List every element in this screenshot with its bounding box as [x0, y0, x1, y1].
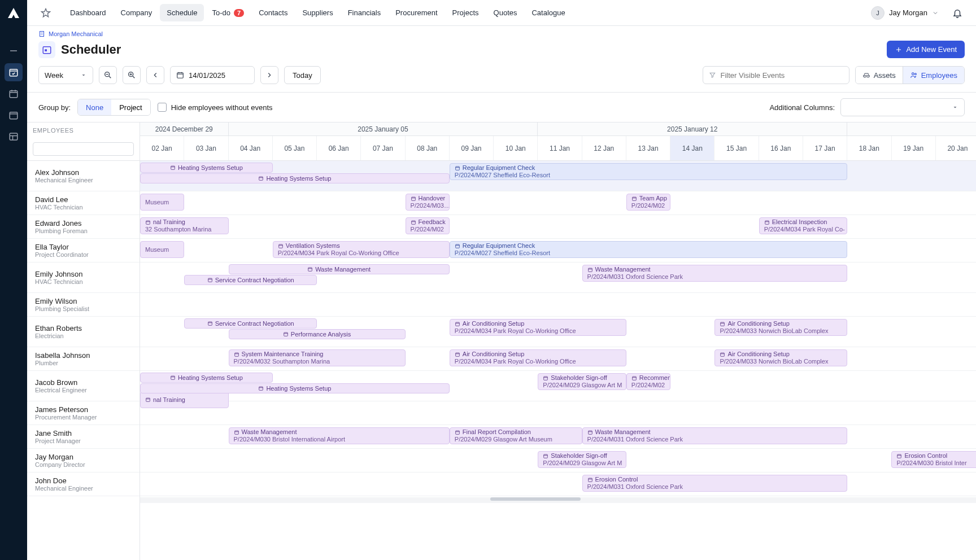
add-event-button[interactable]: Add New Event — [887, 41, 965, 58]
scheduler-event[interactable]: Air Conditioning SetupP/2024/M034 Park R… — [450, 319, 626, 336]
scheduler-row: Service Contract NegotiationPerformance … — [140, 317, 976, 347]
scheduler-event[interactable]: Heating Systems Setup — [140, 383, 450, 393]
nav-financials[interactable]: Financials — [341, 4, 388, 21]
employee-row[interactable]: Edward JonesPlumbing Foreman — [27, 215, 140, 239]
horizontal-scrollbar[interactable] — [140, 497, 976, 503]
nav-to-do[interactable]: To-do7 — [205, 4, 251, 21]
svg-rect-25 — [208, 278, 212, 282]
top-bar: DashboardCompanyScheduleTo-do7ContactsSu… — [27, 0, 976, 26]
scheduler-event[interactable]: Museum — [140, 241, 184, 258]
nav-suppliers[interactable]: Suppliers — [295, 4, 339, 21]
today-label: Today — [293, 71, 312, 80]
svg-rect-22 — [278, 244, 282, 248]
scheduler-event[interactable]: Air Conditioning SetupP/2024/M033 Norwic… — [714, 319, 847, 336]
employee-row[interactable]: Ella TaylorProject Coordinator — [27, 239, 140, 262]
scheduler-event[interactable]: nal Training32 Southampton Marina — [140, 217, 229, 234]
scheduler-event[interactable]: RecommenP/2024/M02 — [626, 373, 670, 390]
rail-item-generic-1[interactable] — [5, 42, 23, 60]
scheduler-event[interactable]: Regular Equipment CheckP/2024/M027 Sheff… — [450, 241, 847, 258]
filter-input-field[interactable] — [720, 71, 843, 80]
filter-events-input[interactable] — [703, 66, 849, 84]
scheduler-event[interactable]: Stakeholder Sign-offP/2024/M029 Glasgow … — [538, 451, 626, 468]
nav-dashboard[interactable]: Dashboard — [63, 4, 113, 21]
svg-rect-24 — [308, 268, 312, 271]
employee-row[interactable]: Isabella JohnsonPlumber — [27, 347, 140, 371]
nav-quotes[interactable]: Quotes — [487, 4, 524, 21]
scheduler-event[interactable]: Waste ManagementP/2024/M030 Bristol Inte… — [229, 427, 450, 444]
week-header: 2025 January 05 — [229, 123, 538, 135]
scheduler-event[interactable]: Ventilation SystemsP/2024/M034 Park Roya… — [273, 241, 450, 258]
svg-rect-33 — [721, 353, 725, 356]
nav-procurement[interactable]: Procurement — [389, 4, 444, 21]
employee-row[interactable]: Emily JohnsonHVAC Technician — [27, 262, 140, 293]
scheduler-event[interactable]: Waste ManagementP/2024/M031 Oxford Scien… — [582, 265, 848, 282]
rail-item-calendar-2[interactable] — [5, 106, 23, 124]
zoom-out-button[interactable] — [99, 66, 117, 84]
employee-row[interactable]: James PetersonProcurement Manager — [27, 401, 140, 425]
groupby-project[interactable]: Project — [111, 99, 150, 115]
rail-item-layout[interactable] — [5, 128, 23, 146]
calendar-icon — [176, 71, 184, 79]
employee-row[interactable]: John DoeMechanical Engineer — [27, 473, 140, 496]
prev-button[interactable] — [146, 66, 164, 84]
view-select[interactable]: Week — [38, 66, 93, 84]
nav-schedule[interactable]: Schedule — [160, 4, 204, 21]
scheduler-event[interactable]: Erosion ControlP/2024/M030 Bristol Inter — [891, 451, 976, 468]
assets-toggle[interactable]: Assets — [856, 67, 903, 84]
scheduler-event[interactable]: HandoverP/2024/M03… — [406, 194, 450, 211]
next-button[interactable] — [260, 66, 278, 84]
svg-rect-21 — [765, 221, 769, 224]
scheduler-event[interactable]: Heating Systems Setup — [140, 373, 273, 383]
scheduler-event[interactable]: System Maintenance TrainingP/2024/M032 S… — [229, 349, 406, 366]
scheduler-event[interactable]: Electrical InspectionP/2024/M034 Park Ro… — [759, 217, 848, 234]
scheduler-event[interactable]: Erosion ControlP/2024/M031 Oxford Scienc… — [582, 475, 848, 492]
user-menu[interactable]: J Jay Morgan — [871, 6, 939, 20]
scheduler-event[interactable]: Final Report CompilationP/2024/M029 Glas… — [450, 427, 582, 444]
employee-row[interactable]: Emily WilsonPlumbing Specialist — [27, 293, 140, 317]
breadcrumb[interactable]: Morgan Mechanical — [27, 26, 976, 37]
scheduler-event[interactable]: Service Contract Negotiation — [184, 275, 317, 285]
scheduler-toolbar: Week 14/01/2025 Today A — [27, 66, 976, 93]
employee-row[interactable]: Jay MorganCompany Director — [27, 449, 140, 473]
scheduler-event[interactable]: Heating Systems Setup — [140, 173, 450, 183]
scheduler-event[interactable]: Waste ManagementP/2024/M031 Oxford Scien… — [582, 427, 848, 444]
groupby-none[interactable]: None — [78, 99, 111, 115]
scheduler-event[interactable]: Service Contract Negotiation — [184, 318, 317, 329]
timeline-grid[interactable]: 2024 December 292025 January 052025 Janu… — [140, 123, 976, 560]
nav-projects[interactable]: Projects — [446, 4, 486, 21]
zoom-in-button[interactable] — [123, 66, 141, 84]
employee-row[interactable]: Alex JohnsonMechanical Engineer — [27, 161, 140, 191]
scheduler-event[interactable]: Performance Analysis — [229, 329, 406, 339]
hide-empty-checkbox[interactable]: Hide employees without events — [158, 103, 273, 112]
employee-row[interactable]: Ethan RobertsElectrician — [27, 317, 140, 347]
scheduler-event[interactable]: Heating Systems Setup — [140, 163, 273, 173]
svg-rect-16 — [411, 197, 415, 200]
scheduler-event[interactable]: Air Conditioning SetupP/2024/M033 Norwic… — [714, 349, 847, 366]
employee-row[interactable]: David LeeHVAC Technician — [27, 191, 140, 215]
rail-item-calendar-1[interactable] — [5, 85, 23, 103]
scheduler-event[interactable]: Team AppP/2024/M02 — [626, 194, 670, 211]
nav-company[interactable]: Company — [114, 4, 159, 21]
date-picker[interactable]: 14/01/2025 — [170, 66, 255, 84]
additional-columns-select[interactable] — [840, 98, 965, 116]
nav-contacts[interactable]: Contacts — [252, 4, 294, 21]
day-header: 05 Jan — [273, 136, 317, 160]
rail-item-schedule[interactable] — [5, 63, 23, 81]
scheduler-event[interactable]: Air Conditioning SetupP/2024/M034 Park R… — [450, 349, 626, 366]
scheduler-row: Erosion ControlP/2024/M031 Oxford Scienc… — [140, 473, 976, 496]
employee-row[interactable]: Jacob BrownElectrical Engineer — [27, 371, 140, 401]
scheduler-event[interactable]: Stakeholder Sign-offP/2024/M029 Glasgow … — [538, 373, 626, 390]
employee-row[interactable]: Jane SmithProject Manager — [27, 425, 140, 449]
nav-catalogue[interactable]: Catalogue — [525, 4, 572, 21]
favorite-button[interactable] — [36, 3, 55, 23]
employee-search[interactable] — [33, 142, 134, 156]
scheduler-event[interactable]: Regular Equipment CheckP/2024/M027 Sheff… — [450, 163, 847, 180]
day-header: 11 Jan — [538, 136, 582, 160]
today-button[interactable]: Today — [284, 66, 321, 84]
notifications-button[interactable] — [948, 3, 967, 23]
scheduler-event[interactable]: Waste Management — [229, 264, 450, 274]
scheduler-event[interactable]: FeedbackP/2024/M02 — [406, 217, 450, 234]
scheduler-event[interactable]: Museum — [140, 194, 184, 211]
employees-toggle[interactable]: Employees — [903, 67, 964, 84]
day-header: 07 Jan — [361, 136, 405, 160]
